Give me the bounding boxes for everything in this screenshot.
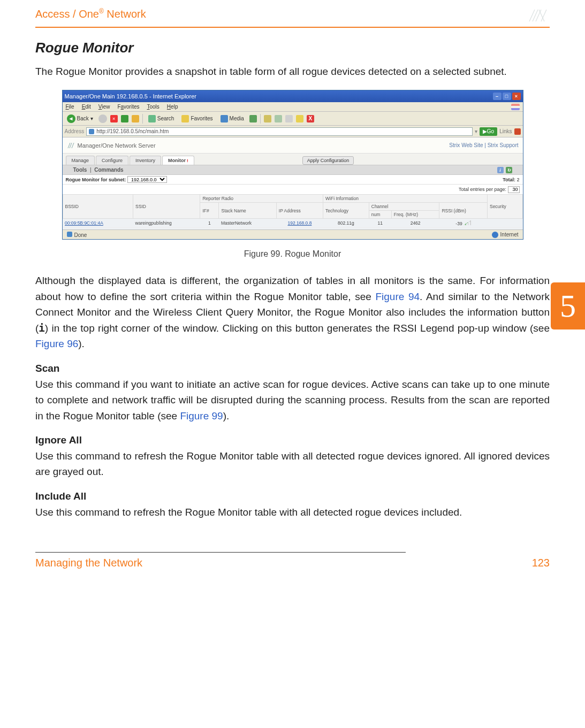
cell-ssid: wareingpublishing — [133, 219, 200, 228]
product-title: Access / One® Network — [35, 7, 146, 20]
refresh-icon[interactable] — [121, 115, 128, 122]
total-value: 2 — [516, 177, 519, 182]
col-reporter: Reporter Radio — [200, 195, 323, 203]
menu-file[interactable]: File — [66, 104, 74, 110]
forward-button[interactable] — [98, 114, 107, 123]
info-icon[interactable]: i — [497, 167, 504, 173]
col-ip[interactable]: IP Address — [276, 203, 323, 219]
menu-tools[interactable]: Tools — [147, 104, 159, 110]
stop-icon[interactable]: × — [110, 115, 118, 122]
col-bssid[interactable]: BSSID — [63, 195, 133, 219]
cell-num: 11 — [369, 219, 391, 228]
scan-end: ). — [223, 410, 230, 422]
address-input[interactable]: http://192.168.0.5/nc/main.htm — [86, 127, 473, 136]
menu-view[interactable]: View — [98, 104, 110, 110]
tab-inventory[interactable]: Inventory — [130, 156, 161, 165]
ignore-paragraph: Use this command to refresh the Rogue Mo… — [35, 448, 550, 480]
watermark-logo-icon — [526, 7, 550, 24]
filter-label: Rogue Monitor for subnet: — [66, 177, 126, 182]
cell-stack: MasterNetwork — [219, 219, 276, 228]
cell-iff: 1 — [200, 219, 219, 228]
col-ssid[interactable]: SSID — [133, 195, 200, 219]
ie-logo-icon — [511, 104, 520, 110]
window-title: Manager/One Main 192.168.0.5 - Internet … — [65, 93, 196, 99]
p2-end: ). — [78, 338, 85, 349]
menu-help[interactable]: Help — [167, 104, 178, 110]
figure-94-link[interactable]: Figure 94 — [375, 291, 420, 302]
status-done: Done — [74, 232, 87, 238]
server-head: Manager/One Network Server — [78, 142, 156, 149]
total-label: Total: — [503, 177, 515, 182]
close-icon[interactable]: × — [512, 93, 521, 100]
edit-icon[interactable] — [285, 115, 293, 122]
figure-99-link[interactable]: Figure 99 — [180, 410, 223, 422]
globe-icon — [492, 232, 498, 238]
mail-icon[interactable] — [264, 115, 271, 122]
tab-monitor[interactable]: Monitor — [162, 156, 194, 165]
include-paragraph: Use this command to refresh the Rogue Mo… — [35, 504, 550, 520]
figure-caption: Figure 99. Rogue Monitor — [35, 249, 550, 259]
browser-toolbar: ◄Back ▾ × Search Favorites Media X — [63, 112, 523, 126]
block-icon[interactable]: X — [307, 115, 314, 122]
history-icon[interactable] — [249, 115, 257, 122]
tab-manage[interactable]: Manage — [66, 156, 95, 165]
header-rule — [35, 27, 550, 28]
tab-configure[interactable]: Configure — [96, 156, 128, 165]
product-suffix: Network — [104, 8, 146, 20]
col-wifi-info: WiFi Information — [323, 195, 488, 203]
print-icon[interactable] — [275, 115, 282, 122]
media-button[interactable]: Media — [218, 114, 246, 124]
section-title: Rogue Monitor — [35, 40, 550, 56]
server-links[interactable]: Strix Web Site | Strix Support — [449, 142, 518, 148]
table-row: 00:09:5B:9C:01:4A wareingpublishing 1 Ma… — [63, 219, 522, 228]
intro-paragraph: The Rogue Monitor provides a snapshot in… — [35, 64, 550, 79]
registered-mark: ® — [99, 7, 104, 15]
ip-link[interactable]: 192.168.0.8 — [287, 220, 312, 226]
cell-freq: 2462 — [391, 219, 439, 228]
apply-configuration-button[interactable]: Apply Configuration — [302, 156, 354, 165]
discuss-icon[interactable] — [296, 115, 303, 122]
ignore-heading: Ignore All — [35, 434, 550, 446]
page-number: 123 — [532, 557, 550, 569]
cell-security — [487, 219, 522, 228]
home-icon[interactable] — [132, 115, 139, 122]
col-tech[interactable]: Technology — [323, 203, 369, 219]
search-button[interactable]: Search — [146, 114, 177, 124]
col-stack[interactable]: Stack Name — [219, 203, 276, 219]
maximize-icon[interactable]: □ — [503, 93, 511, 100]
favorites-button[interactable]: Favorites — [179, 114, 215, 124]
subnet-select[interactable]: 192.168.0.0 — [127, 176, 167, 183]
figure-96-link[interactable]: Figure 96 — [35, 338, 78, 349]
favorites-label: Favorites — [191, 116, 212, 121]
p2-mid2: ) in the top right corner of the window.… — [45, 323, 550, 334]
page-icon — [67, 232, 72, 237]
menu-edit[interactable]: Edit — [82, 104, 91, 110]
tpp-input[interactable] — [508, 186, 520, 193]
col-iff[interactable]: IF# — [200, 203, 219, 219]
minimize-icon[interactable]: – — [493, 93, 502, 100]
refresh-data-icon[interactable]: ↻ — [506, 167, 512, 173]
scan-pre: Use this command if you want to initiate… — [35, 379, 550, 422]
col-freq[interactable]: Freq. (MHz) — [391, 211, 439, 219]
screenshot-figure: Manager/One Main 192.168.0.5 - Internet … — [62, 90, 523, 240]
include-heading: Include All — [35, 491, 550, 502]
media-label: Media — [230, 116, 244, 121]
subtab-tools[interactable]: Tools — [73, 167, 87, 173]
back-button[interactable]: ◄Back ▾ — [65, 113, 95, 124]
col-security[interactable]: Security — [487, 195, 522, 219]
address-label: Address — [65, 128, 85, 134]
cell-rssi: -39 — [455, 221, 462, 226]
col-num[interactable]: num — [369, 211, 391, 219]
product-prefix: Access / One — [35, 8, 99, 20]
search-label: Search — [157, 116, 174, 121]
links-icon[interactable] — [514, 128, 521, 135]
bssid-link[interactable]: 00:09:5B:9C:01:4A — [65, 220, 103, 226]
scan-paragraph: Use this command if you want to initiate… — [35, 377, 550, 424]
menu-favorites[interactable]: Favorites — [117, 104, 139, 110]
col-channel: Channel — [369, 203, 439, 211]
col-rssi[interactable]: RSSI (dBm) — [439, 203, 488, 219]
go-button[interactable]: ▶ Go — [480, 127, 497, 136]
footer-rule — [35, 552, 406, 553]
links-label: Links — [499, 128, 512, 134]
subtab-commands[interactable]: Commands — [94, 167, 123, 173]
